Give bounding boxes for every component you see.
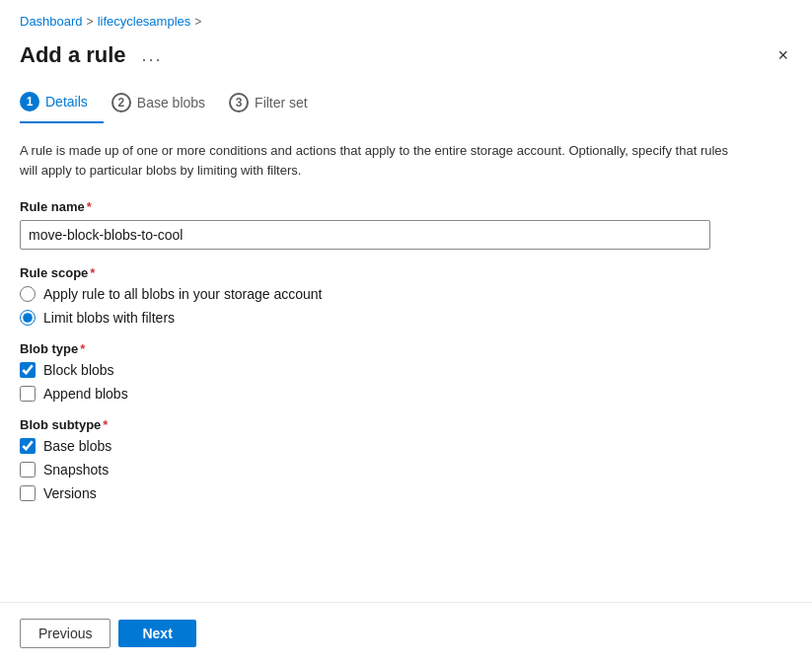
base-blobs-checkbox[interactable]: [20, 438, 36, 454]
page-container: Dashboard > lifecyclesamples > Add a rul…: [0, 0, 812, 664]
description-text: A rule is made up of one or more conditi…: [20, 141, 730, 180]
rule-name-field: Rule name*: [20, 199, 792, 250]
previous-button[interactable]: Previous: [20, 619, 111, 648]
tab-filter-set-number: 3: [229, 93, 249, 112]
base-blobs-option[interactable]: Base blobs: [20, 438, 792, 454]
breadcrumb-separator-2: >: [194, 15, 201, 29]
block-blobs-label: Block blobs: [43, 362, 114, 378]
close-button[interactable]: ×: [774, 42, 792, 68]
breadcrumb-lifecyclesamples[interactable]: lifecyclesamples: [98, 14, 191, 29]
append-blobs-checkbox[interactable]: [20, 386, 36, 402]
snapshots-option[interactable]: Snapshots: [20, 462, 792, 478]
page-title: Add a rule: [20, 42, 126, 68]
append-blobs-option[interactable]: Append blobs: [20, 386, 792, 402]
tab-filter-set-label: Filter set: [255, 95, 308, 111]
breadcrumb-dashboard[interactable]: Dashboard: [20, 14, 83, 29]
tab-base-blobs-number: 2: [111, 93, 131, 112]
breadcrumb: Dashboard > lifecyclesamples >: [0, 0, 812, 35]
header-left: Add a rule ...: [20, 42, 169, 68]
tab-details-label: Details: [45, 94, 88, 110]
blob-subtype-label: Blob subtype*: [20, 417, 792, 432]
main-content: Add a rule ... × 1 Details 2 Base blobs …: [0, 35, 812, 602]
rule-scope-required: *: [90, 265, 95, 280]
scope-all-radio[interactable]: [20, 286, 36, 302]
tab-filter-set[interactable]: 3 Filter set: [229, 85, 324, 122]
tabs: 1 Details 2 Base blobs 3 Filter set: [20, 84, 792, 123]
append-blobs-label: Append blobs: [43, 386, 128, 402]
footer: Previous Next: [0, 603, 812, 664]
rule-name-required: *: [87, 199, 92, 214]
versions-option[interactable]: Versions: [20, 485, 792, 501]
tab-details[interactable]: 1 Details: [20, 84, 104, 123]
header-row: Add a rule ... ×: [20, 35, 792, 84]
tab-base-blobs-label: Base blobs: [137, 95, 205, 111]
scope-limit-label: Limit blobs with filters: [43, 310, 175, 326]
rule-scope-field: Rule scope* Apply rule to all blobs in y…: [20, 265, 792, 326]
next-button[interactable]: Next: [118, 620, 195, 647]
blob-type-field: Blob type* Block blobs Append blobs: [20, 341, 792, 402]
scope-all-label: Apply rule to all blobs in your storage …: [43, 286, 323, 302]
versions-label: Versions: [43, 485, 97, 501]
rule-name-label: Rule name*: [20, 199, 792, 214]
blob-type-checkbox-group: Block blobs Append blobs: [20, 362, 792, 402]
tab-base-blobs[interactable]: 2 Base blobs: [111, 85, 221, 122]
ellipsis-button[interactable]: ...: [136, 43, 169, 68]
snapshots-checkbox[interactable]: [20, 462, 36, 478]
versions-checkbox[interactable]: [20, 485, 36, 501]
block-blobs-option[interactable]: Block blobs: [20, 362, 792, 378]
block-blobs-checkbox[interactable]: [20, 362, 36, 378]
rule-name-input[interactable]: [20, 220, 710, 250]
blob-subtype-field: Blob subtype* Base blobs Snapshots Versi…: [20, 417, 792, 501]
scope-all-option[interactable]: Apply rule to all blobs in your storage …: [20, 286, 792, 302]
rule-scope-label: Rule scope*: [20, 265, 792, 280]
blob-subtype-required: *: [103, 417, 108, 432]
scope-limit-radio[interactable]: [20, 310, 36, 326]
breadcrumb-separator-1: >: [87, 15, 94, 29]
scope-limit-option[interactable]: Limit blobs with filters: [20, 310, 792, 326]
blob-type-required: *: [80, 341, 85, 356]
rule-scope-radio-group: Apply rule to all blobs in your storage …: [20, 286, 792, 326]
blob-type-label: Blob type*: [20, 341, 792, 356]
blob-subtype-checkbox-group: Base blobs Snapshots Versions: [20, 438, 792, 501]
tab-details-number: 1: [20, 92, 39, 111]
base-blobs-label: Base blobs: [43, 438, 111, 454]
snapshots-label: Snapshots: [43, 462, 109, 478]
